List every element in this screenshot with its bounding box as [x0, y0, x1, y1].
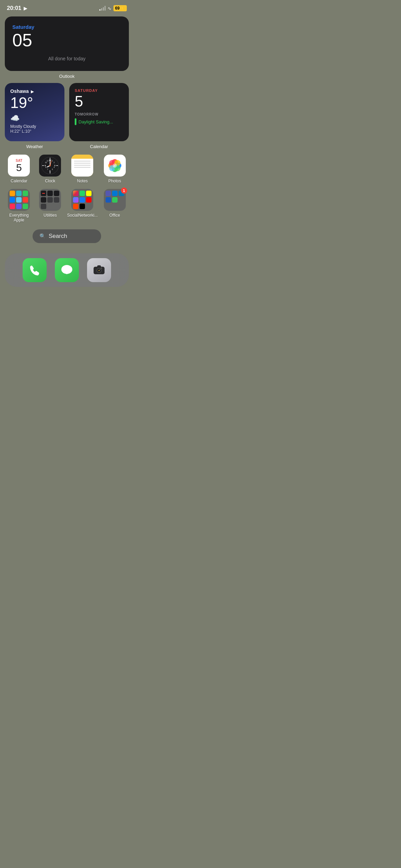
dock-app-phone[interactable]: [23, 258, 47, 282]
calendar-app-label: Calendar: [11, 179, 27, 183]
dock-app-messages[interactable]: [55, 258, 79, 282]
svg-text:8: 8: [46, 166, 47, 168]
calendar-date-number: 5: [75, 93, 123, 110]
calendar-app-icon: SAT 5: [8, 155, 30, 177]
svg-point-30: [61, 265, 72, 274]
photos-app-icon: [104, 155, 126, 177]
svg-text:2: 2: [54, 161, 55, 164]
utilities-icon: [39, 189, 61, 211]
messages-app-icon: [55, 258, 79, 282]
app-notes[interactable]: Notes: [67, 155, 98, 183]
calendar-widget-label: Calendar: [69, 144, 129, 149]
app-calendar[interactable]: SAT 5 Calendar: [5, 155, 33, 183]
clock-app-icon: 12 3 6 9 1 2 4 5 7 8 10 11: [39, 155, 61, 177]
social-networking-label: SocialNetworki...: [67, 213, 98, 218]
app-utilities[interactable]: Utilities: [36, 189, 64, 222]
svg-point-20: [49, 165, 51, 166]
app-photos[interactable]: Photos: [100, 155, 129, 183]
phone-icon-svg: [28, 264, 41, 277]
app-everything-apple[interactable]: Everything Apple: [5, 189, 33, 222]
svg-point-37: [100, 269, 100, 270]
svg-text:7: 7: [47, 168, 48, 170]
wifi-icon: ∿: [108, 6, 111, 11]
calendar-widget[interactable]: SATURDAY 5 TOMORROW Daylight Saving...: [69, 83, 129, 141]
weather-high-low: H:22° L:10°: [10, 129, 59, 134]
app-social-networking[interactable]: SocialNetworki...: [67, 189, 98, 222]
battery-icon: ⚡: [120, 6, 125, 11]
home-screen-content: Saturday 05 All done for today Outlook O…: [0, 14, 134, 243]
svg-point-36: [101, 267, 102, 269]
search-icon: 🔍: [39, 233, 46, 239]
office-label: Office: [109, 213, 120, 218]
time-display: 20:01 ▶: [7, 5, 27, 12]
photos-app-label: Photos: [108, 179, 121, 183]
outlook-widget-label: Outlook: [5, 74, 129, 79]
app-clock[interactable]: 12 3 6 9 1 2 4 5 7 8 10 11: [36, 155, 64, 183]
cloud-icon: ☁️: [10, 114, 59, 123]
search-bar[interactable]: 🔍 Search: [33, 229, 101, 243]
office-badge: 1: [121, 188, 127, 194]
utilities-label: Utilities: [44, 213, 57, 218]
event-dot: [75, 118, 76, 125]
signal-strength: [99, 6, 106, 11]
notes-app-label: Notes: [77, 179, 88, 183]
battery-level: 69: [115, 6, 120, 11]
calendar-app-date: 5: [16, 162, 22, 173]
battery-indicator: 69 ⚡: [113, 5, 127, 11]
svg-point-38: [99, 270, 100, 271]
calendar-day-label: SATURDAY: [75, 88, 123, 93]
medium-widgets-row: Oshawa ▶ 19° ☁️ Mostly Cloudy H:22° L:10…: [5, 83, 129, 141]
dock: [5, 253, 129, 287]
everything-apple-label: Everything Apple: [5, 213, 33, 222]
location-arrow-icon: ▶: [31, 89, 34, 94]
photos-flower-svg: [107, 158, 122, 173]
signal-bar-1: [99, 9, 100, 11]
app-grid: SAT 5 Calendar 12 3 6 9: [5, 155, 129, 222]
outlook-day-label: Saturday: [12, 24, 121, 30]
status-indicators: ∿ 69 ⚡: [99, 5, 127, 11]
social-networking-icon: [71, 189, 93, 211]
location-arrow-icon: ▶: [24, 6, 27, 11]
clock-app-label: Clock: [45, 179, 55, 183]
camera-app-icon: [87, 258, 111, 282]
outlook-date-number: 05: [12, 31, 121, 49]
office-icon: 1: [104, 189, 126, 211]
svg-text:5: 5: [52, 168, 53, 170]
everything-apple-icon: [8, 189, 30, 211]
search-label: Search: [49, 233, 67, 240]
camera-icon-svg: [92, 263, 106, 277]
svg-text:4: 4: [54, 166, 55, 168]
svg-text:11: 11: [47, 160, 49, 162]
calendar-event-text: Daylight Saving...: [78, 119, 113, 124]
app-office[interactable]: 1 Office: [100, 189, 129, 222]
dock-app-camera[interactable]: [87, 258, 111, 282]
weather-location: Oshawa ▶: [10, 88, 59, 94]
weather-widget[interactable]: Oshawa ▶ 19° ☁️ Mostly Cloudy H:22° L:10…: [5, 83, 64, 141]
calendar-tomorrow-label: TOMORROW: [75, 112, 123, 116]
phone-app-icon: [23, 258, 47, 282]
messages-icon-svg: [60, 263, 74, 277]
clock-face-svg: 12 3 6 9 1 2 4 5 7 8 10 11: [41, 157, 59, 174]
weather-temperature: 19°: [10, 95, 59, 111]
svg-text:1: 1: [52, 160, 53, 162]
calendar-event: Daylight Saving...: [75, 118, 123, 125]
weather-widget-label: Weather: [5, 144, 64, 149]
outlook-widget[interactable]: Saturday 05 All done for today: [5, 16, 129, 71]
weather-description: Mostly Cloudy: [10, 124, 59, 129]
signal-bar-4: [105, 6, 106, 11]
signal-bar-2: [101, 8, 102, 11]
status-bar: 20:01 ▶ ∿ 69 ⚡: [0, 0, 134, 14]
signal-bar-3: [103, 7, 104, 11]
widget-labels-row: Weather Calendar: [5, 144, 129, 149]
svg-point-29: [113, 164, 117, 168]
notes-app-icon: [71, 155, 93, 177]
outlook-status-text: All done for today: [12, 56, 121, 61]
